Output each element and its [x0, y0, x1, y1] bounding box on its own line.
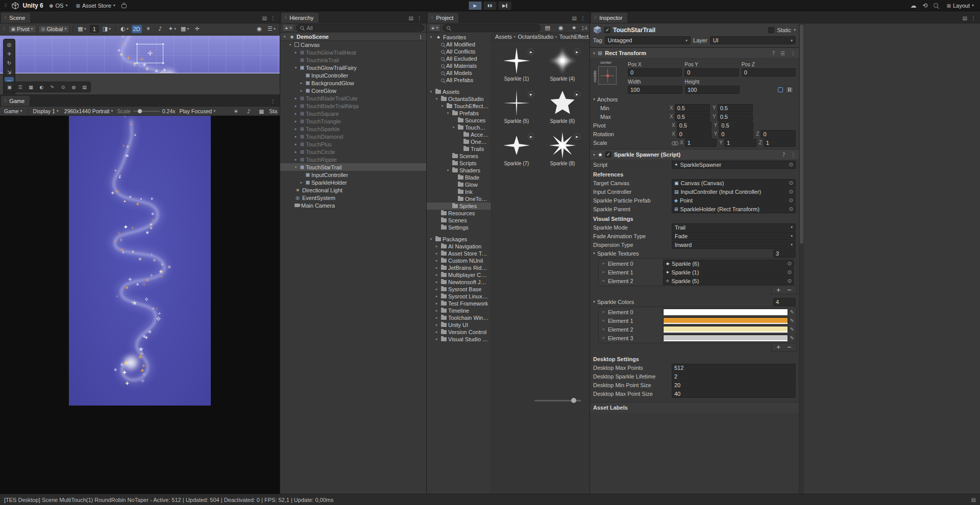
static-caret-icon[interactable]: ▾	[794, 28, 796, 32]
expand-arrow-icon[interactable]: ▸	[434, 294, 439, 298]
subasset-expand-icon[interactable]: ▶	[528, 91, 534, 97]
expand-arrow-icon[interactable]: ▾	[428, 90, 434, 94]
eyedropper-icon[interactable]: ✎	[790, 335, 794, 341]
rotation-z-field[interactable]: 0	[761, 130, 796, 138]
project-item-favorites[interactable]: ▾★Favorites	[427, 34, 491, 41]
doc-icon[interactable]: ▤	[262, 15, 267, 21]
expand-arrow-icon[interactable]: ▾	[445, 168, 451, 172]
scene-lighting-icon[interactable]: ☀	[143, 25, 154, 33]
expand-arrow-icon[interactable]: ▾	[282, 35, 287, 39]
grid-snap-dropdown[interactable]: ▦▾	[76, 25, 87, 33]
expand-arrow-icon[interactable]: ▸	[434, 337, 439, 341]
layer-dropdown[interactable]: UI ▾	[710, 36, 796, 44]
kebab-icon[interactable]: ⋮	[417, 15, 422, 21]
move-tool[interactable]: ✛	[5, 49, 14, 58]
snap-settings-dropdown[interactable]: ◨▾	[101, 25, 112, 33]
project-item-unity-ui[interactable]: ▸Unity UI	[427, 321, 491, 329]
hierarchy-item-demoscene[interactable]: ▾◈DemoScene⋮	[280, 33, 426, 41]
hierarchy-item-backgroundglow[interactable]: ▸BackgroundGlow	[280, 79, 426, 87]
gizmo-handle[interactable]	[136, 62, 138, 64]
subasset-expand-icon[interactable]: ▶	[574, 91, 580, 97]
move-gizmo-icon[interactable]: ✛	[148, 49, 153, 57]
asset-labels-section[interactable]: Asset Labels	[590, 402, 799, 413]
step-button[interactable]: ▶	[498, 1, 512, 10]
game-grid-icon[interactable]: ▦	[256, 107, 266, 115]
hierarchy-item-eventsystem[interactable]: ◎EventSystem	[280, 194, 426, 201]
foldout-arrow-icon[interactable]: ▾	[593, 51, 595, 56]
play-button[interactable]: ▶	[469, 1, 482, 10]
desktop-min-point-size-field[interactable]: 20	[672, 381, 796, 389]
expand-arrow-icon[interactable]: ▸	[434, 330, 439, 334]
project-item-glow[interactable]: Glow	[427, 181, 491, 188]
color-swatch[interactable]	[663, 335, 788, 341]
expand-arrow-icon[interactable]: ▸	[293, 119, 299, 123]
scene-effects-icon[interactable]: ✦▾	[167, 25, 178, 33]
status-activity-icon[interactable]: ▤	[971, 497, 976, 502]
project-item-version-control[interactable]: ▸Version Control	[427, 329, 491, 336]
pivot-dropdown[interactable]: ▣ Pivot ▾	[8, 25, 36, 33]
drag-handle-icon[interactable]: ≡	[601, 327, 606, 332]
foldout-arrow-icon[interactable]: ▾	[593, 251, 595, 256]
expand-arrow-icon[interactable]: ▸	[434, 273, 439, 277]
layout-menu[interactable]: ▦ Layout ▾	[944, 1, 976, 10]
hierarchy-item-touchbladetrailninja[interactable]: ▸TouchBladeTrailNinja	[280, 102, 426, 110]
max-x-field[interactable]: 0.5	[675, 113, 710, 121]
project-item-scenes[interactable]: Scenes	[427, 153, 491, 160]
scene-overlay-tool-6[interactable]: ◍	[69, 83, 79, 91]
cloud-icon[interactable]: ☁	[910, 2, 916, 9]
expand-arrow-icon[interactable]: ▸	[293, 135, 299, 139]
scene-overlay-tool-7[interactable]: ▤	[80, 83, 89, 91]
project-item-resources[interactable]: Resources	[427, 210, 491, 217]
subasset-expand-icon[interactable]: ▶	[574, 48, 580, 55]
selection-gizmo[interactable]: ✛	[137, 44, 163, 63]
help-icon[interactable]: ?	[772, 50, 775, 56]
sparkle-mode-dropdown[interactable]: Trail▾	[672, 223, 796, 232]
script-object-field[interactable]: ✦ SparkleSpawner ⊙	[672, 161, 796, 169]
project-item-ink[interactable]: Ink	[427, 188, 491, 195]
kebab-icon[interactable]: ⋮	[271, 15, 276, 21]
remove-element-button[interactable]: −	[787, 287, 792, 293]
hierarchy-item-touchripple[interactable]: ▸TouchRipple	[280, 156, 426, 163]
scale-x-field[interactable]: 1	[685, 139, 717, 147]
target-canvas-object-field[interactable]: ▣Canvas (Canvas)⊙	[672, 179, 796, 187]
scene-overlay-tool-3[interactable]: ◐	[37, 83, 46, 91]
expand-arrow-icon[interactable]: ▾	[293, 165, 299, 169]
doc-icon[interactable]: ▤	[572, 15, 577, 21]
favorite-filter-icon[interactable]: ★	[569, 24, 579, 32]
textures-size-field[interactable]: 3	[773, 249, 796, 258]
object-picker-icon[interactable]: ⊙	[789, 180, 793, 186]
pivot-y-field[interactable]: 0.5	[719, 121, 753, 130]
zoom-slider-knob[interactable]	[571, 398, 576, 403]
remove-element-button[interactable]: −	[787, 344, 792, 350]
sparkle-textures-foldout[interactable]: ▾ Sparkle Textures 3	[590, 249, 799, 258]
hierarchy-item-touchglowtrailheat[interactable]: ▸TouchGlowTrailHeat	[280, 48, 426, 56]
hierarchy-item-touchdiamond[interactable]: ▸TouchDiamond	[280, 133, 426, 140]
drag-handle-icon[interactable]: ≡	[601, 270, 606, 274]
tab-game[interactable]: ⠿ Game	[1, 96, 30, 106]
project-item-packages[interactable]: ▾Packages	[427, 236, 491, 243]
min-x-field[interactable]: 0.5	[675, 104, 710, 112]
project-item-scenes[interactable]: Scenes	[427, 217, 491, 224]
object-picker-icon[interactable]: ⊙	[789, 162, 793, 167]
expand-arrow-icon[interactable]: ▾	[428, 237, 434, 241]
expand-arrow-icon[interactable]: ▾	[445, 111, 451, 115]
tag-dropdown[interactable]: Untagged ▾	[605, 36, 691, 44]
add-object-button[interactable]: + ▾	[282, 24, 294, 32]
scale-y-field[interactable]: 1	[724, 139, 756, 147]
hierarchy-item-coreglow[interactable]: ▸CoreGlow	[280, 87, 426, 94]
project-item-onetouc[interactable]: OneTouc...	[427, 138, 491, 145]
object-picker-icon[interactable]: ⊙	[788, 269, 792, 275]
project-item-sprites[interactable]: Sprites	[427, 203, 491, 210]
snap-increment-field[interactable]: 1	[90, 25, 99, 33]
project-item-timeline[interactable]: ▸Timeline	[427, 307, 491, 314]
component-enabled-checkbox[interactable]	[605, 152, 611, 158]
gizmo-handle[interactable]	[162, 43, 164, 45]
expand-arrow-icon[interactable]: ▸	[293, 96, 299, 100]
expand-arrow-icon[interactable]: ▾	[434, 97, 439, 101]
expand-arrow-icon[interactable]: ▸	[434, 309, 439, 313]
foldout-arrow-icon[interactable]: ▾	[593, 153, 595, 157]
scene-overlay-tool-4[interactable]: ✎	[47, 83, 57, 91]
play-focused-dropdown[interactable]: Play Focused ▾	[178, 107, 217, 115]
gameobject-name[interactable]: TouchStarTrail	[613, 27, 655, 34]
color-swatch[interactable]	[663, 309, 788, 315]
